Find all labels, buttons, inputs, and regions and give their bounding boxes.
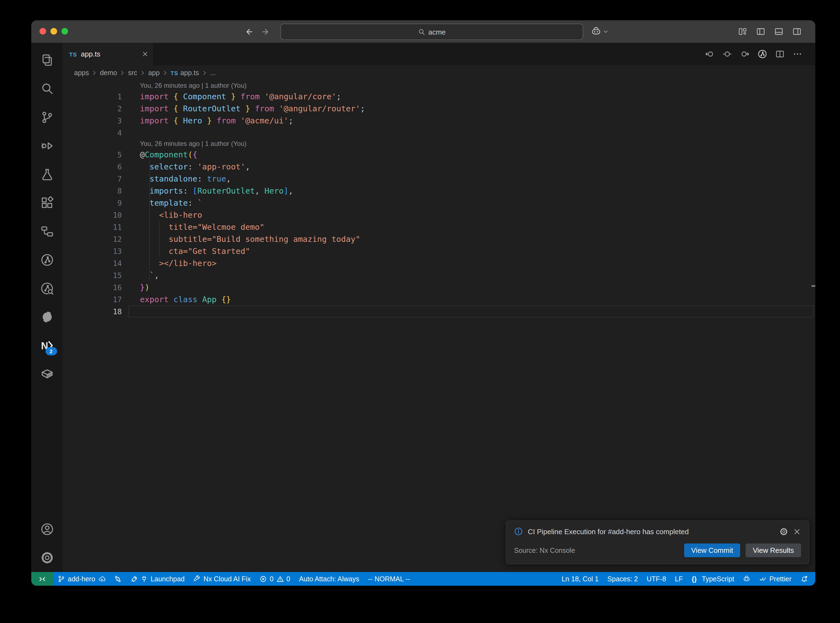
- command-center-search[interactable]: acme: [280, 24, 583, 40]
- nx-project-graph-icon[interactable]: [758, 49, 767, 59]
- status-notifications-bell[interactable]: [796, 572, 812, 586]
- breadcrumb-file[interactable]: TSapp.ts: [170, 69, 199, 77]
- git-branch-icon: [58, 575, 65, 583]
- code-line-1[interactable]: 1import { Component } from '@angular/cor…: [63, 91, 815, 103]
- code-line-11[interactable]: 11 title="Welcmoe demo": [63, 221, 815, 233]
- code-line-13[interactable]: 13 cta="Get Started": [63, 245, 815, 257]
- toggle-panel-icon[interactable]: [774, 27, 783, 36]
- accounts-icon: [40, 523, 54, 536]
- view-commit-button[interactable]: View Commit: [684, 543, 740, 557]
- activity-item-accounts[interactable]: [34, 515, 60, 543]
- activity-item-explorer[interactable]: [34, 46, 60, 75]
- chevron-right-icon: [92, 70, 97, 76]
- activity-item-package-view[interactable]: [34, 360, 60, 388]
- status-encoding[interactable]: UTF-8: [642, 572, 671, 586]
- activity-item-extensions[interactable]: [34, 189, 60, 217]
- breadcrumb-src[interactable]: src: [128, 69, 137, 77]
- customize-layout-icon[interactable]: [738, 27, 747, 36]
- toggle-secondary-sidebar-icon[interactable]: [792, 27, 802, 36]
- activity-item-console-swirl[interactable]: [34, 303, 60, 331]
- status-auto-attach[interactable]: Auto Attach: Always: [295, 572, 364, 586]
- code-line-5[interactable]: 5@Component({: [63, 149, 815, 161]
- status-git-compare[interactable]: [110, 572, 126, 586]
- code-line-17[interactable]: 17export class App {}: [63, 293, 815, 305]
- plug-icon: [140, 575, 148, 583]
- status-formatter[interactable]: Prettier: [755, 572, 796, 586]
- activity-item-project-structure[interactable]: [34, 217, 60, 246]
- close-tab-icon[interactable]: [141, 51, 149, 58]
- code-text: @Component({: [140, 149, 198, 161]
- status-language-mode[interactable]: {}TypeScript: [687, 572, 739, 586]
- breadcrumb-demo[interactable]: demo: [100, 69, 117, 77]
- code-text: standalone: true,: [140, 173, 231, 185]
- toggle-primary-sidebar-icon[interactable]: [756, 27, 765, 36]
- line-number: 6: [63, 161, 122, 173]
- status-branch[interactable]: add-hero: [53, 572, 110, 586]
- code-line-8[interactable]: 8 imports: [RouterOutlet, Hero],: [63, 185, 815, 197]
- nx-graph-icon: [40, 253, 54, 267]
- code-line-4[interactable]: 4: [63, 127, 815, 139]
- breadcrumb-symbol-tail[interactable]: ...: [210, 69, 216, 77]
- copilot-menu[interactable]: [591, 20, 608, 43]
- activity-item-run-debug[interactable]: [34, 132, 60, 160]
- bell-dot-icon: [800, 575, 808, 583]
- line-number: 14: [63, 257, 122, 269]
- status-nx-cloud-ai-fix[interactable]: Nx Cloud AI Fix: [189, 572, 255, 586]
- previous-change-icon[interactable]: [705, 49, 714, 59]
- code-line-14[interactable]: 14 ></lib-hero>: [63, 257, 815, 269]
- tab-app-ts[interactable]: TS app.ts: [63, 43, 153, 65]
- code-line-16[interactable]: 16}): [63, 281, 815, 293]
- chevron-right-icon: [140, 70, 145, 76]
- split-editor-icon[interactable]: [775, 49, 785, 59]
- code-line-2[interactable]: 2import { RouterOutlet } from '@angular/…: [63, 103, 815, 115]
- close-window-button[interactable]: [40, 28, 46, 35]
- code-line-7[interactable]: 7 standalone: true,: [63, 173, 815, 185]
- code-line-15[interactable]: 15 `,: [63, 269, 815, 281]
- activity-item-nx-graph[interactable]: [34, 246, 60, 274]
- notification-settings-gear-icon[interactable]: [780, 527, 788, 536]
- activity-item-nx-console[interactable]: N2: [34, 331, 60, 360]
- minimize-window-button[interactable]: [51, 28, 57, 35]
- code-text: ></lib-hero>: [140, 257, 217, 269]
- code-line-6[interactable]: 6 selector: 'app-root',: [63, 161, 815, 173]
- activity-item-search[interactable]: [34, 75, 60, 103]
- remote-indicator[interactable]: [31, 572, 53, 586]
- status-problems[interactable]: 00: [255, 572, 295, 586]
- more-actions-icon[interactable]: [793, 49, 802, 59]
- status-vim-mode[interactable]: -- NORMAL --: [364, 572, 415, 586]
- activity-item-settings[interactable]: [34, 543, 60, 572]
- view-results-button[interactable]: View Results: [746, 543, 801, 557]
- status-cursor-position[interactable]: Ln 18, Col 1: [557, 572, 603, 586]
- breadcrumb-app[interactable]: app: [148, 69, 160, 77]
- tab-bar: TS app.ts: [63, 43, 815, 65]
- breadcrumb: appsdemosrcappTSapp.ts...: [63, 65, 815, 81]
- activity-item-testing[interactable]: [34, 160, 60, 189]
- line-number: 2: [63, 103, 122, 115]
- activity-item-graph-search[interactable]: [34, 274, 60, 303]
- notification-close-icon[interactable]: [793, 527, 801, 536]
- zoom-window-button[interactable]: [61, 28, 68, 35]
- code-line-3[interactable]: 3import { Hero } from '@acme/ui';: [63, 115, 815, 127]
- line-number: 18: [63, 305, 122, 318]
- status-indentation[interactable]: Spaces: 2: [603, 572, 642, 586]
- line-number: 4: [63, 127, 122, 139]
- status-formatter-label: Prettier: [769, 575, 791, 583]
- breadcrumb-apps[interactable]: apps: [74, 69, 89, 77]
- code-editor[interactable]: You, 26 minutes ago | 1 author (You)1imp…: [63, 81, 815, 572]
- activity-item-source-control[interactable]: [34, 103, 60, 132]
- line-number: 10: [63, 209, 122, 221]
- codelens-blame[interactable]: You, 26 minutes ago | 1 author (You): [63, 139, 815, 149]
- codelens-blame[interactable]: You, 26 minutes ago | 1 author (You): [63, 81, 815, 91]
- wrench-icon: [193, 575, 201, 583]
- status-copilot-status[interactable]: [739, 572, 755, 586]
- status-eol[interactable]: LF: [671, 572, 687, 586]
- code-text: import { Hero } from '@acme/ui';: [140, 115, 293, 127]
- back-arrow-icon[interactable]: [244, 27, 253, 36]
- code-line-12[interactable]: 12 subtitle="Build something amazing tod…: [63, 233, 815, 245]
- status-launchpad[interactable]: Launchpad: [126, 572, 189, 586]
- code-line-9[interactable]: 9 template: `: [63, 197, 815, 209]
- next-change-icon[interactable]: [740, 49, 749, 59]
- code-line-10[interactable]: 10 <lib-hero: [63, 209, 815, 221]
- forward-arrow-icon[interactable]: [262, 27, 270, 36]
- revert-change-icon[interactable]: [723, 49, 732, 59]
